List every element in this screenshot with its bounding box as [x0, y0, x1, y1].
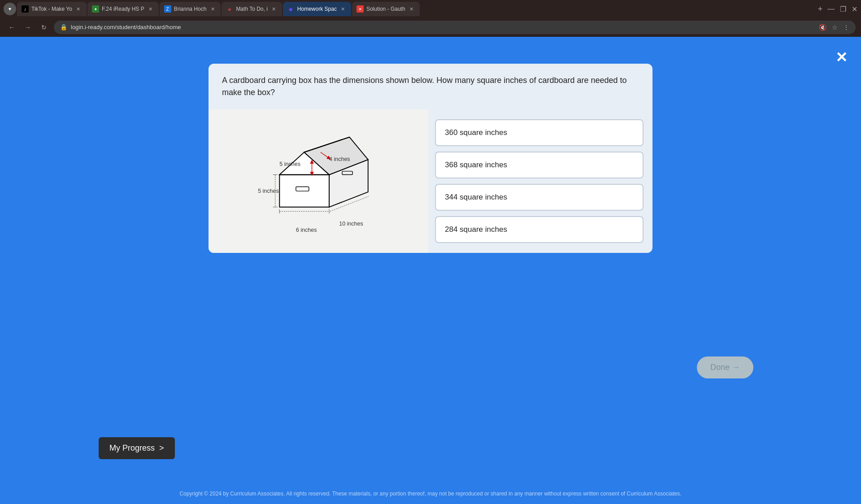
- svg-text:5 inches: 5 inches: [258, 188, 279, 194]
- tab-favicon-gauthmath: ✕: [357, 5, 364, 13]
- tab-homework[interactable]: ◉Homework Spac✕: [283, 2, 351, 16]
- done-button[interactable]: Done →: [697, 356, 753, 378]
- tab-dropdown[interactable]: ▾: [4, 3, 16, 15]
- address-bar-row: ← → ↻ 🔒 login.i-ready.com/student/dashbo…: [0, 18, 861, 37]
- tab-favicon-homework: ◉: [287, 5, 295, 13]
- tab-gauthmath[interactable]: ✕Solution - Gauth✕: [352, 2, 420, 16]
- tab-favicon-math: ◈: [226, 5, 233, 13]
- main-content: ✕ A cardboard carrying box has the dimen…: [0, 37, 861, 504]
- address-bar[interactable]: 🔒 login.i-ready.com/student/dashboard/ho…: [54, 21, 856, 34]
- tab-iready[interactable]: ✦F.24 iReady HS P✕: [87, 2, 159, 16]
- mute-icon[interactable]: 🔇: [819, 24, 826, 31]
- diagram-panel: 5 inches 4 inches 5 inches 6 inches 10 i…: [209, 109, 428, 253]
- tab-label-gauthmath: Solution - Gauth: [366, 6, 405, 12]
- tab-favicon-zoom: Z: [164, 5, 171, 13]
- back-button[interactable]: ←: [5, 21, 18, 34]
- browser-chrome: ▾ ♪TikTok - Make Yo✕✦F.24 iReady HS P✕ZB…: [0, 0, 861, 37]
- question-card: A cardboard carrying box has the dimensi…: [209, 64, 652, 253]
- question-text: A cardboard carrying box has the dimensi…: [209, 64, 652, 109]
- new-tab-button[interactable]: +: [814, 3, 826, 15]
- my-progress-button[interactable]: My Progress >: [99, 437, 175, 459]
- tab-close-zoom[interactable]: ✕: [209, 5, 216, 13]
- tab-favicon-iready: ✦: [92, 5, 99, 13]
- url-text: login.i-ready.com/student/dashboard/home: [71, 24, 181, 30]
- question-body: 5 inches 4 inches 5 inches 6 inches 10 i…: [209, 109, 652, 253]
- tab-zoom[interactable]: ZBrianna Hoch✕: [160, 2, 221, 16]
- close-window-button[interactable]: ✕: [852, 5, 857, 13]
- box-diagram: 5 inches 4 inches 5 inches 6 inches 10 i…: [242, 123, 395, 239]
- bookmark-icon[interactable]: ☆: [832, 24, 838, 31]
- tab-close-gauthmath[interactable]: ✕: [408, 5, 415, 13]
- window-controls: — ❐ ✕: [827, 5, 857, 13]
- menu-icon[interactable]: ⋮: [843, 24, 849, 31]
- svg-text:5 inches: 5 inches: [279, 161, 300, 167]
- minimize-button[interactable]: —: [827, 5, 835, 13]
- footer: Copyright © 2024 by Curriculum Associate…: [0, 491, 861, 497]
- svg-text:10 inches: 10 inches: [339, 221, 363, 227]
- my-progress-label: My Progress: [109, 443, 155, 453]
- close-button[interactable]: ✕: [835, 50, 848, 65]
- tab-close-homework[interactable]: ✕: [339, 5, 347, 13]
- tab-label-tiktok: TikTok - Make Yo: [31, 6, 72, 12]
- address-icons: 🔇 ☆ ⋮: [819, 24, 849, 31]
- tab-math[interactable]: ◈Math To Do, i✕: [222, 2, 282, 16]
- answer-button-a2[interactable]: 368 square inches: [435, 152, 644, 178]
- tab-close-math[interactable]: ✕: [270, 5, 278, 13]
- answer-button-a3[interactable]: 344 square inches: [435, 184, 644, 211]
- tab-favicon-tiktok: ♪: [22, 5, 29, 13]
- tab-label-iready: F.24 iReady HS P: [102, 6, 144, 12]
- forward-button[interactable]: →: [22, 21, 34, 34]
- answer-button-a1[interactable]: 360 square inches: [435, 119, 644, 146]
- tab-label-math: Math To Do, i: [236, 6, 267, 12]
- svg-text:6 inches: 6 inches: [296, 227, 317, 233]
- reload-button[interactable]: ↻: [38, 21, 50, 34]
- answers-panel: 360 square inches368 square inches344 sq…: [428, 109, 652, 253]
- my-progress-arrow: >: [159, 443, 164, 453]
- tab-label-zoom: Brianna Hoch: [174, 6, 207, 12]
- tab-close-tiktok[interactable]: ✕: [75, 5, 82, 13]
- maximize-button[interactable]: ❐: [840, 5, 846, 13]
- tab-tiktok[interactable]: ♪TikTok - Make Yo✕: [17, 2, 87, 16]
- tab-close-iready[interactable]: ✕: [147, 5, 154, 13]
- svg-text:4 inches: 4 inches: [329, 156, 350, 162]
- tab-bar: ▾ ♪TikTok - Make Yo✕✦F.24 iReady HS P✕ZB…: [0, 0, 861, 18]
- answer-button-a4[interactable]: 284 square inches: [435, 216, 644, 243]
- tab-label-homework: Homework Spac: [297, 6, 337, 12]
